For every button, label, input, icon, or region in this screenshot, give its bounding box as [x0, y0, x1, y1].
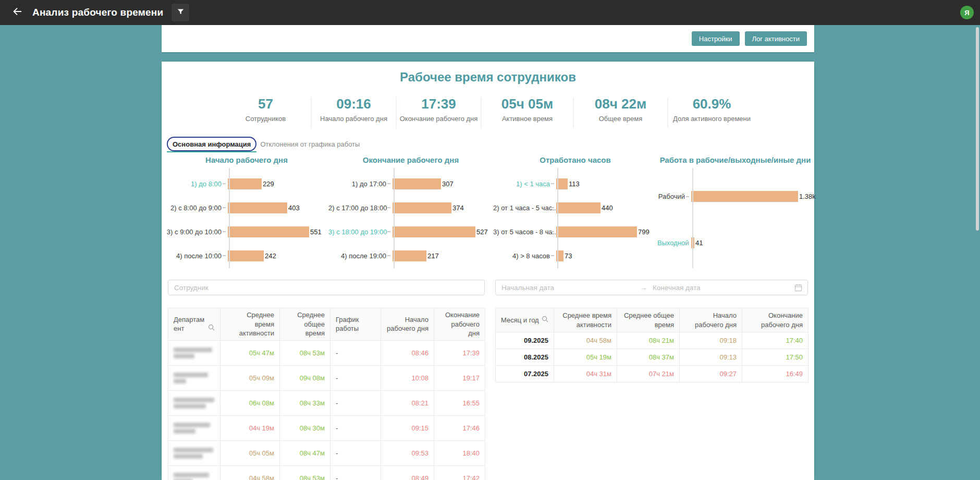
table-body: 09.202504ч 58м08ч 21м09:1817:4008.202505… [496, 332, 808, 382]
column-header: Начало рабочего дня [381, 308, 434, 341]
table-row[interactable]: 07.202504ч 31м07ч 21м09:2716:49 [496, 366, 808, 382]
category-label: Выходной [657, 239, 685, 247]
chart-title: Окончание рабочего дня [328, 154, 493, 168]
table-row[interactable]: 06ч 08м08ч 33м-08:2116:55 [168, 390, 485, 415]
table-row[interactable]: 09.202504ч 58м08ч 21м09:1817:40 [496, 332, 808, 349]
column-header: Месяц и год [496, 308, 554, 332]
kpi-value: 17:39 [421, 96, 456, 112]
bar[interactable] [228, 178, 262, 189]
chart-row: Выходной41 [657, 220, 813, 266]
bar[interactable] [228, 250, 264, 261]
category-label: 4) после 19:00 [328, 252, 386, 260]
start-date-input[interactable] [496, 284, 640, 292]
category-label: 4) после 10:00 [165, 252, 222, 260]
tick-mark [686, 196, 689, 197]
chart-1: Начало рабочего дня1) до 8:002292) с 8:0… [165, 154, 328, 268]
bar-value-label: 113 [569, 180, 580, 188]
back-button[interactable] [8, 4, 26, 21]
table-row[interactable]: 05ч 09м09ч 08м-10:0819:17 [168, 365, 485, 390]
chart-row: 3) с 18:00 до 19:00527 [328, 220, 493, 244]
chart-row: 4) после 19:00217 [328, 244, 493, 268]
column-header: Среднее время активности [220, 308, 280, 341]
search-icon[interactable] [208, 324, 215, 333]
tick-mark [223, 207, 226, 208]
bar[interactable] [228, 226, 309, 237]
settings-button[interactable]: Настройки [692, 31, 740, 46]
end-date-input[interactable] [647, 284, 791, 292]
bar[interactable] [691, 191, 798, 202]
kpi-value: 57 [258, 96, 273, 112]
department-cell-redacted [168, 415, 220, 440]
table-cell: 09:15 [381, 415, 434, 440]
kpi-3: 05ч 05мАктивное время [482, 95, 573, 130]
toolbar-strip: Настройки Лог активности [162, 25, 814, 52]
chart-2: Окончание рабочего дня1) до 17:003072) с… [328, 154, 493, 268]
activity-log-button[interactable]: Лог активности [745, 31, 807, 46]
bar[interactable] [556, 226, 637, 237]
chart-axis [557, 168, 558, 268]
month-cell: 09.2025 [496, 332, 554, 349]
table-row[interactable]: 08.202505ч 19м08ч 37м09:1317:50 [496, 349, 808, 366]
bar[interactable] [556, 202, 601, 213]
search-icon[interactable] [542, 316, 548, 325]
table-cell: 09:13 [680, 349, 742, 366]
table-cell: - [330, 390, 381, 415]
redacted-text [174, 429, 195, 434]
table-cell: 05ч 47м [220, 340, 280, 365]
category-label: 3) от 5 часов - 8 ча... [493, 228, 550, 236]
tab-main-info[interactable]: Основная информация [167, 137, 256, 151]
chart-row: 3) с 9:00 до 10:00551 [165, 220, 328, 244]
table-cell: 04ч 58м [554, 332, 617, 349]
scrollbar-thumb[interactable] [976, 27, 979, 231]
redacted-text [174, 379, 186, 383]
table-cell: 06ч 08м [220, 390, 280, 415]
active-tab-indicator [167, 151, 256, 152]
table-cell: 04ч 58м [220, 465, 280, 480]
category-label: 1) до 17:00 [328, 180, 386, 188]
table-cell: - [330, 365, 381, 390]
column-header: Департамент [168, 308, 220, 341]
employee-search-input[interactable] [168, 280, 485, 295]
tick-mark [387, 231, 390, 232]
chart-3: Отработано часов1) < 1 часа1132) от 1 ча… [493, 154, 657, 268]
redacted-text [174, 398, 214, 402]
app-title: Анализ рабочего времени [32, 7, 163, 18]
bar[interactable] [393, 226, 475, 237]
table-row[interactable]: 05ч 05м08ч 47м-09:5318:40 [168, 440, 485, 465]
date-range-picker[interactable]: → [495, 280, 808, 295]
department-cell-redacted [168, 340, 220, 365]
bar[interactable] [393, 202, 451, 213]
table-row[interactable]: 05ч 47м08ч 53м-08:4617:39 [168, 340, 485, 365]
charts-section: Начало рабочего дня1) до 8:002292) с 8:0… [165, 154, 813, 270]
bar[interactable] [393, 250, 426, 261]
bar[interactable] [228, 202, 287, 213]
table-cell: 17:39 [434, 340, 485, 365]
filter-button[interactable] [172, 4, 189, 21]
table-row[interactable]: 04ч 58м08ч 53м-08:4917:42 [168, 465, 485, 480]
chart-title: Работа в рабочие/выходные/иные дни [657, 154, 813, 168]
user-avatar[interactable]: Я [960, 6, 974, 19]
bar-value-label: 229 [263, 180, 274, 188]
tick-mark [551, 231, 554, 232]
chart-row: 1) до 17:00307 [328, 172, 493, 196]
table-cell: 08ч 37м [617, 349, 680, 366]
bar-value-label: 799 [638, 228, 650, 236]
calendar-icon[interactable] [794, 284, 802, 292]
table-cell: 19:17 [434, 365, 485, 390]
kpi-value: 09:16 [336, 96, 371, 112]
category-label: 3) с 18:00 до 19:00 [328, 228, 386, 236]
chart-row: 2) с 8:00 до 9:00403 [165, 196, 328, 220]
departments-table: ДепартаментСреднее время активностиСредн… [168, 308, 485, 480]
chart-axis [692, 168, 693, 268]
table-cell: 10:08 [381, 365, 434, 390]
bar-value-label: 440 [602, 204, 613, 212]
tab-deviations[interactable]: Отклонения от графика работы [260, 140, 360, 148]
bar[interactable] [393, 178, 441, 189]
table-cell: 08ч 53м [280, 340, 330, 365]
month-cell: 07.2025 [496, 366, 554, 382]
category-label: 2) с 8:00 до 9:00 [165, 204, 222, 212]
category-label: 3) с 9:00 до 10:00 [165, 228, 222, 236]
filters-row: → [162, 280, 814, 296]
bar-value-label: 242 [265, 252, 276, 260]
table-row[interactable]: 04ч 19м08ч 30м-09:1517:46 [168, 415, 485, 440]
